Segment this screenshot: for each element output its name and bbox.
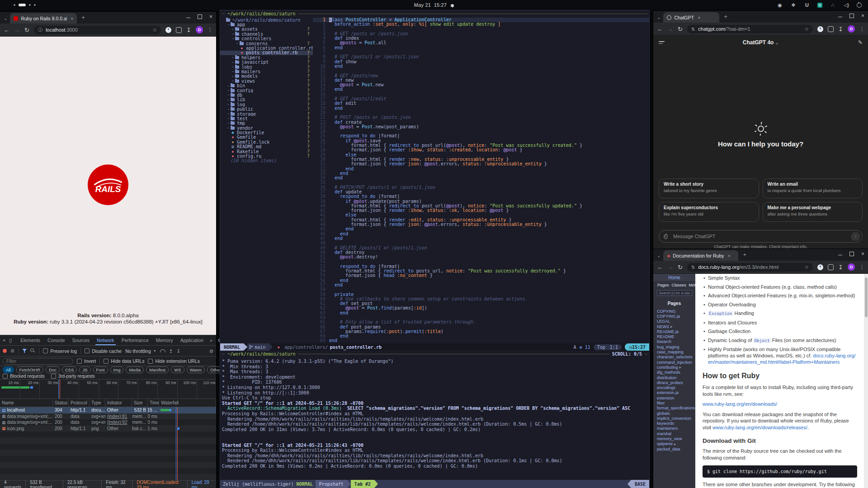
tree-item-lib[interactable]: ▸lib?: [220, 98, 313, 102]
docs-page-link[interactable]: encodings: [653, 385, 695, 390]
message-input[interactable]: [672, 233, 848, 239]
hide-data-urls-checkbox[interactable]: Hide data URLs: [104, 358, 144, 364]
tree-item-concerns[interactable]: ▸concerns?: [220, 41, 313, 46]
docs-page-link[interactable]: COPYING.ja: [653, 314, 695, 319]
send-button[interactable]: ↑: [851, 232, 860, 241]
column-header-time[interactable]: Time: [148, 399, 159, 407]
column-header-type[interactable]: Type: [90, 399, 105, 407]
bookmark-star-icon[interactable]: ☆: [804, 264, 809, 270]
address-bar[interactable]: ⓘ localhost:3000 ☆: [34, 26, 161, 34]
browser-tab-rails[interactable]: Ruby on Rails 8.0.0.alpha ×: [10, 13, 77, 23]
maximize-button[interactable]: [849, 14, 854, 18]
disable-cache-checkbox[interactable]: Disable cache: [85, 348, 122, 354]
tree-item-storage[interactable]: ▸storage?: [220, 112, 313, 116]
tree-item-controllers[interactable]: ▾controllers: [220, 37, 313, 41]
tree-item-application-controller-rb[interactable]: ◆application_controller.rb?: [220, 46, 313, 50]
docs-page-link[interactable]: contributing▶: [653, 365, 695, 370]
column-header-waterfall[interactable]: Waterfall: [159, 399, 216, 407]
docs-page-link[interactable]: extension: [653, 395, 695, 400]
docs-page-link[interactable]: NEWS▶: [653, 324, 695, 329]
tree-hidden-items-note[interactable]: (10 hidden items): [220, 159, 313, 163]
password-manager-extension-icon[interactable]: [817, 26, 823, 32]
tree-item-config-ru[interactable]: ◆config.ru?: [220, 154, 313, 158]
filter-chip-wasm[interactable]: Wasm: [187, 366, 205, 373]
tree-item-app[interactable]: ▾app: [220, 22, 313, 27]
docs-page-link[interactable]: README.ja: [653, 329, 695, 334]
column-header-name[interactable]: Name: [0, 399, 53, 407]
tab-search-chevron-icon[interactable]: ⌄: [4, 16, 7, 21]
power-icon[interactable]: [857, 3, 862, 8]
home-link[interactable]: Home: [668, 275, 680, 280]
devtools-tab-performance[interactable]: Performance: [120, 335, 150, 345]
column-header-initiator[interactable]: Initiator: [105, 399, 132, 407]
export-har-icon[interactable]: ↧: [177, 348, 181, 354]
filter-chip-all[interactable]: All: [3, 366, 14, 373]
tree-item-bin[interactable]: ▸bin?: [220, 83, 313, 88]
column-header-size[interactable]: Size: [132, 399, 148, 407]
docs-page-link[interactable]: implicit_conversion: [653, 416, 695, 421]
minimize-button[interactable]: [838, 255, 842, 256]
network-request-row[interactable]: ▦icon.png200http/1.1pngOther(disk c...1 …: [0, 426, 216, 432]
network-request-row[interactable]: ▦data:image/svg+xml;...200datasvg+xml(in…: [0, 419, 216, 426]
forward-button[interactable]: →: [14, 27, 20, 33]
tree-item-posts-controller-rb[interactable]: ◆posts_controller.rb?: [220, 51, 313, 55]
column-header-protocol[interactable]: Protocol: [69, 399, 90, 407]
browser-tab-ruby-docs[interactable]: ◆ Documentation for Ruby ×: [663, 250, 738, 261]
column-header-status[interactable]: Status: [53, 399, 69, 407]
tree-item-mailers[interactable]: ▸mailers?: [220, 69, 313, 74]
docs-page-link[interactable]: bsearch: [653, 339, 695, 344]
back-button[interactable]: ←: [4, 27, 9, 33]
docs-page-link[interactable]: marshal: [653, 431, 695, 436]
docs-page-link[interactable]: packed_data: [653, 446, 695, 451]
network-overview-timeline[interactable]: 10 ms20 ms30 ms40 ms50 ms60 ms70 ms80 ms…: [0, 380, 216, 399]
devtools-tab-application[interactable]: Application: [179, 335, 205, 345]
third-party-requests-checkbox[interactable]: 3rd-party requests: [51, 374, 95, 379]
suggestion-card[interactable]: Make me a personal webpageafter asking m…: [763, 202, 863, 222]
tree-item-gemfile-lock[interactable]: ▪Gemfile.lock?: [220, 140, 313, 144]
new-tab-button[interactable]: +: [743, 251, 746, 258]
password-manager-extension-icon[interactable]: [817, 264, 823, 270]
forward-button[interactable]: →: [667, 264, 673, 271]
docs-page-link[interactable]: distribution: [653, 375, 695, 380]
terminal-output[interactable]: * Puma version: 6.4.2 (ruby 3.3.1-p55) (…: [220, 357, 649, 480]
filter-icon[interactable]: [22, 349, 27, 353]
extensions-puzzle-icon[interactable]: [828, 264, 834, 270]
docs-page-link[interactable]: dig_methods: [653, 370, 695, 375]
filter-chip-img[interactable]: Img: [110, 366, 124, 373]
docs-page-link[interactable]: LEGAL: [653, 319, 695, 324]
docs-page-link[interactable]: README: [653, 334, 695, 339]
volume-icon[interactable]: ◁): [843, 2, 849, 8]
preserve-log-checkbox[interactable]: Preserve log: [43, 348, 77, 354]
docs-page-link[interactable]: keywords: [653, 421, 695, 426]
docs-page-link[interactable]: dtrace_probes: [653, 380, 695, 385]
tree-item--work-rails-demos-saturn[interactable]: ~/work/rails/demos/saturn: [220, 18, 313, 22]
throttling-dropdown[interactable]: No throttling▼: [125, 348, 156, 354]
close-button[interactable]: ×: [209, 14, 212, 19]
docs-page-link[interactable]: fiber: [653, 400, 695, 405]
tree-item-vendor[interactable]: ▸vendor?: [220, 126, 313, 130]
minimize-button[interactable]: [186, 18, 190, 19]
filter-chip-fetch/xhr[interactable]: Fetch/XHR: [16, 366, 43, 373]
tree-item-tmp[interactable]: ▸tmp?: [220, 121, 313, 126]
tree-item-helpers[interactable]: ▸helpers?: [220, 55, 313, 60]
git-clone-code-block[interactable]: $ git clone https://github.com/ruby/ruby…: [703, 465, 857, 478]
vpn-icon[interactable]: ◉: [777, 2, 783, 8]
docs-page-link[interactable]: case_mapping: [653, 349, 695, 354]
tree-item-config[interactable]: ▸config?: [220, 88, 313, 93]
bookmark-star-icon[interactable]: ☆: [804, 26, 809, 32]
tab-close-icon[interactable]: ×: [728, 253, 731, 258]
clear-network-log-icon[interactable]: ⊘: [10, 348, 14, 354]
browser-menu-icon[interactable]: ⋮: [208, 27, 212, 33]
docs-page-link[interactable]: globals: [653, 411, 695, 416]
tree-item-javascript[interactable]: ▸javascript?: [220, 60, 313, 65]
docs-page-link[interactable]: maintainers: [653, 426, 695, 431]
tree-item-log[interactable]: ▸log?: [220, 102, 313, 107]
tree-item-dockerfile[interactable]: ●Dockerfile?: [220, 130, 313, 135]
network-conditions-icon[interactable]: [160, 349, 165, 352]
tree-item-assets[interactable]: ▸assets?: [220, 27, 313, 32]
filter-chip-font[interactable]: Font: [93, 366, 108, 373]
inline-link[interactable]: docs.ruby-lang.org/en/master/maintainers…: [708, 353, 855, 365]
teal-app-icon[interactable]: [817, 3, 822, 8]
tab-close-icon[interactable]: ×: [71, 16, 73, 21]
tree-item-gemfile[interactable]: ◆Gemfile?: [220, 135, 313, 140]
